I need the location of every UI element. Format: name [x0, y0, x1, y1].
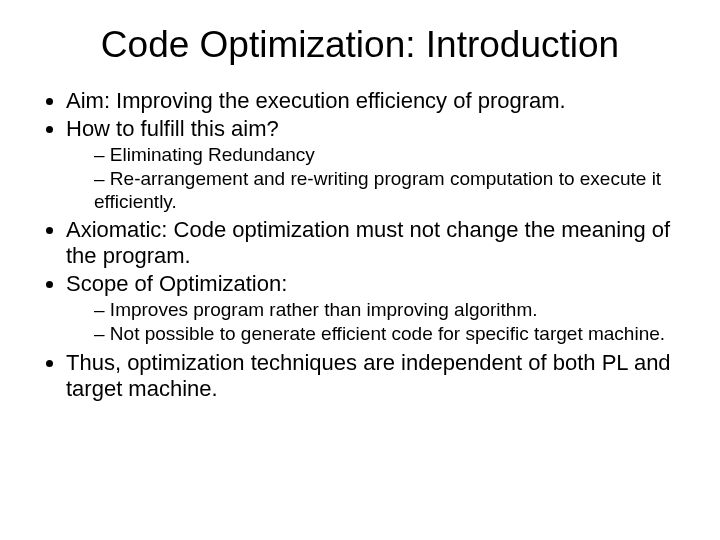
- sub-bullet-item: Improves program rather than improving a…: [94, 299, 680, 321]
- bullet-item: Thus, optimization techniques are indepe…: [66, 350, 680, 402]
- bullet-text: How to fulfill this aim?: [66, 116, 279, 141]
- bullet-item: Aim: Improving the execution efficiency …: [66, 88, 680, 114]
- bullet-item: Axiomatic: Code optimization must not ch…: [66, 217, 680, 269]
- bullet-text: Scope of Optimization:: [66, 271, 287, 296]
- sub-bullet-item: Not possible to generate efficient code …: [94, 323, 680, 345]
- sub-bullet-list: Eliminating Redundancy Re-arrangement an…: [66, 144, 680, 213]
- bullet-list: Aim: Improving the execution efficiency …: [40, 88, 680, 402]
- sub-bullet-list: Improves program rather than improving a…: [66, 299, 680, 346]
- bullet-item: Scope of Optimization: Improves program …: [66, 271, 680, 346]
- sub-bullet-item: Re-arrangement and re-writing program co…: [94, 168, 680, 213]
- slide-title: Code Optimization: Introduction: [40, 24, 680, 66]
- bullet-item: How to fulfill this aim? Eliminating Red…: [66, 116, 680, 213]
- sub-bullet-item: Eliminating Redundancy: [94, 144, 680, 166]
- slide: Code Optimization: Introduction Aim: Imp…: [0, 0, 720, 540]
